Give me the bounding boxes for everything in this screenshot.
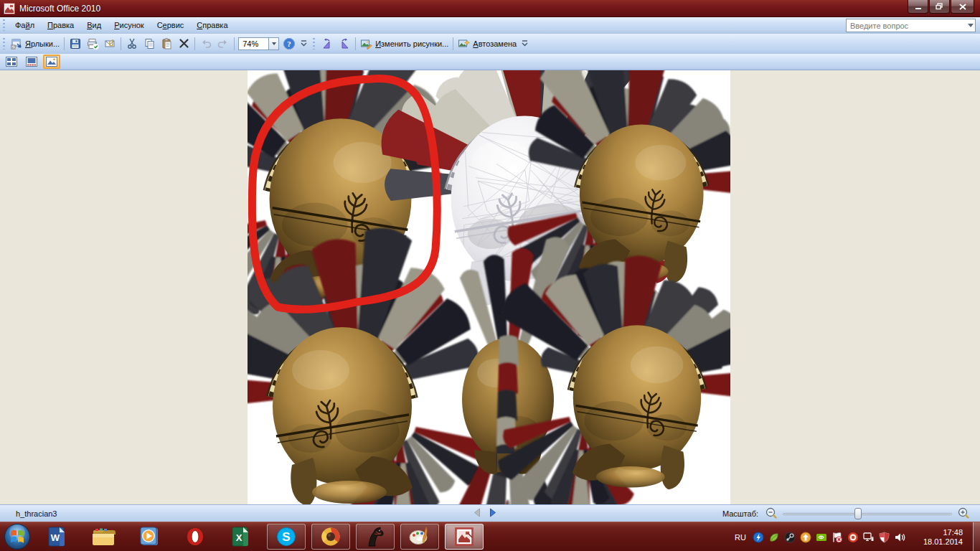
- zoom-dropdown-button[interactable]: [268, 37, 279, 50]
- edit-pictures-button[interactable]: Изменить рисунки...: [358, 36, 451, 52]
- security-shield-icon[interactable]: [878, 531, 890, 543]
- picture-manager-icon: [453, 526, 475, 547]
- copy-button[interactable]: [141, 36, 158, 52]
- filmstrip-view-button[interactable]: [23, 55, 40, 69]
- arrow-orange-icon[interactable]: [799, 531, 811, 543]
- leaf-green-icon[interactable]: [768, 531, 780, 543]
- taskbar-app-explorer[interactable]: [80, 522, 126, 551]
- language-indicator[interactable]: RU: [735, 533, 746, 542]
- zoom-slider-rail[interactable]: [783, 513, 952, 515]
- taskbar-app-excel[interactable]: X: [218, 522, 264, 551]
- taskbar-app-browser-ring[interactable]: [308, 522, 353, 551]
- show-desktop-button[interactable]: [973, 522, 980, 551]
- menu-edit[interactable]: Правка: [41, 19, 80, 32]
- menu-file[interactable]: Файл: [9, 19, 41, 32]
- explorer-icon: [91, 526, 116, 547]
- separator: [64, 37, 65, 50]
- action-center-flag-icon[interactable]: [831, 531, 843, 543]
- toolbar-options-chevron[interactable]: [299, 36, 308, 52]
- taskbar-app-skype[interactable]: S: [264, 522, 308, 551]
- picture-viewer[interactable]: [248, 70, 730, 504]
- restore-button[interactable]: [929, 0, 950, 14]
- helmet-renders-image: [248, 70, 730, 504]
- copy-icon: [144, 38, 155, 50]
- current-file-name: h_thracian3: [0, 509, 57, 518]
- autocorrect-button[interactable]: Автозамена: [456, 36, 519, 52]
- delete-button[interactable]: [175, 36, 192, 52]
- redo-icon: [217, 39, 229, 49]
- taskbar-app-picture-manager[interactable]: [442, 522, 486, 551]
- shortcuts-button[interactable]: Ярлыки...: [9, 36, 62, 52]
- zoom-combobox[interactable]: 74%: [238, 37, 279, 50]
- save-icon: [70, 38, 81, 50]
- cut-button[interactable]: [123, 36, 141, 52]
- taskbar-app-media-player[interactable]: [126, 522, 172, 551]
- separator: [121, 37, 121, 50]
- taskbar-app-game-horse[interactable]: [353, 522, 397, 551]
- separator: [194, 37, 195, 50]
- separator: [234, 37, 235, 50]
- print-button[interactable]: [84, 36, 101, 52]
- toolbar-options-chevron[interactable]: [520, 36, 529, 52]
- menu-picture[interactable]: Рисунок: [108, 19, 151, 32]
- help-button[interactable]: ?: [281, 36, 298, 52]
- windows-start-icon: [4, 523, 31, 550]
- taskbar-app-word[interactable]: W: [34, 522, 80, 551]
- close-button[interactable]: [951, 0, 974, 14]
- chevron-down-icon: [272, 42, 276, 47]
- next-picture-button[interactable]: [489, 508, 496, 517]
- previous-picture-button[interactable]: [473, 508, 481, 517]
- shortcuts-icon: [11, 38, 22, 50]
- standard-toolbar: Ярлыки...: [0, 34, 980, 54]
- separator: [355, 37, 356, 50]
- start-button[interactable]: [0, 522, 34, 551]
- browser-ring-icon: [320, 526, 341, 547]
- menu-help[interactable]: Справка: [190, 19, 234, 32]
- steam-icon[interactable]: [783, 531, 796, 543]
- taskbar-clock[interactable]: 17:48 18.01.2014: [915, 528, 963, 547]
- taskbar: WXS RU 17:48 18.01.2014: [0, 522, 980, 551]
- single-picture-view-button[interactable]: [43, 55, 60, 69]
- rotate-left-button[interactable]: [319, 36, 336, 52]
- minimize-button[interactable]: [908, 0, 928, 14]
- zoom-slider[interactable]: [783, 507, 952, 519]
- menu-view[interactable]: Вид: [80, 19, 108, 32]
- lightning-blue-icon[interactable]: [752, 531, 764, 543]
- views-toolbar: [0, 54, 980, 70]
- undo-icon: [200, 39, 212, 49]
- thumbnails-view-button[interactable]: [3, 55, 20, 69]
- chevron-down-icon[interactable]: [968, 24, 974, 30]
- network-icon[interactable]: [862, 531, 875, 543]
- menu-bar: ФайлПравкаВидРисунокСервисСправка: [0, 17, 980, 34]
- rotate-right-button[interactable]: [336, 36, 353, 52]
- question-search-box[interactable]: [846, 19, 976, 32]
- autocorrect-label: Автозамена: [470, 39, 517, 48]
- nvidia-icon[interactable]: [815, 531, 827, 543]
- svg-text:S: S: [282, 530, 290, 544]
- taskbar-app-paint[interactable]: [397, 522, 442, 551]
- title-bar: Microsoft Office 2010: [0, 0, 980, 17]
- zoom-in-button[interactable]: [957, 507, 970, 519]
- toolbar-grip[interactable]: [2, 38, 6, 50]
- zoom-out-button[interactable]: [765, 507, 778, 519]
- menu-tools[interactable]: Сервис: [151, 19, 191, 32]
- volume-icon[interactable]: [894, 531, 906, 543]
- taskbar-app-opera[interactable]: [172, 522, 218, 551]
- question-input[interactable]: [847, 19, 961, 32]
- zoom-slider-thumb[interactable]: [854, 508, 862, 519]
- zoom-label: Масштаб:: [722, 509, 758, 518]
- undo-button[interactable]: [197, 36, 215, 52]
- save-button[interactable]: [67, 36, 84, 52]
- svg-text:?: ?: [287, 39, 291, 48]
- mail-button[interactable]: [101, 36, 118, 52]
- redo-button[interactable]: [215, 36, 232, 52]
- target-red-icon[interactable]: [847, 531, 859, 543]
- toolbar-grip[interactable]: [312, 38, 316, 50]
- toolbar-grip[interactable]: [2, 19, 6, 31]
- media-player-icon: [138, 526, 161, 547]
- paste-button[interactable]: [158, 36, 175, 52]
- zoom-value[interactable]: 74%: [238, 37, 268, 50]
- paste-icon: [161, 38, 172, 50]
- svg-text:X: X: [236, 532, 242, 543]
- edit-pictures-label: Изменить рисунки...: [372, 39, 448, 48]
